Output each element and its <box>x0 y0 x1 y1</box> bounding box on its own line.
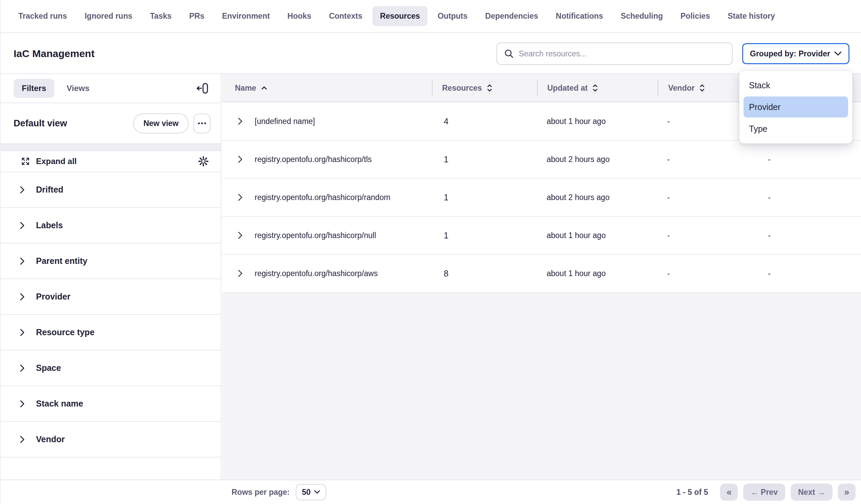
row-extra: - <box>768 269 771 278</box>
column-header-vendor[interactable]: Vendor <box>668 74 705 102</box>
view-name: Default view <box>14 118 133 129</box>
column-separator <box>432 81 433 95</box>
filter-group-drifted[interactable]: Drifted <box>1 172 221 208</box>
tab-scheduling[interactable]: Scheduling <box>613 6 670 26</box>
grouped-by-label: Grouped by: Provider <box>750 49 830 58</box>
gear-icon <box>197 155 209 167</box>
search-input[interactable] <box>519 49 725 58</box>
pagination-group: 1 - 5 of 5 « ← Prev Next → » <box>676 483 856 501</box>
row-expand-chevron-icon[interactable] <box>236 193 244 202</box>
row-expand-chevron-icon[interactable] <box>236 231 244 240</box>
row-vendor: - <box>667 117 670 126</box>
grouped-by-button[interactable]: Grouped by: Provider <box>742 43 849 64</box>
tab-tasks[interactable]: Tasks <box>142 6 179 26</box>
chevron-right-icon <box>18 328 26 337</box>
filter-group-parent-entity[interactable]: Parent entity <box>1 244 221 279</box>
table-row[interactable]: registry.opentofu.org/hashicorp/null 1 a… <box>222 217 861 255</box>
tab-dependencies[interactable]: Dependencies <box>478 6 546 26</box>
view-row: Default view New view <box>1 103 221 144</box>
filter-settings-button[interactable] <box>197 155 209 167</box>
row-updated-at: about 1 hour ago <box>547 269 606 278</box>
column-label: Updated at <box>547 84 588 93</box>
more-options-button[interactable] <box>193 113 210 134</box>
filter-group-labels[interactable]: Labels <box>1 208 221 244</box>
row-expand-chevron-icon[interactable] <box>236 155 244 164</box>
last-page-button[interactable]: » <box>838 483 856 501</box>
pagination-range: 1 - 5 of 5 <box>676 488 708 497</box>
tab-ignored-runs[interactable]: Ignored runs <box>77 6 140 26</box>
sort-both-icon <box>592 84 598 92</box>
page-header: IaC Management Grouped by: Provider <box>1 33 861 74</box>
first-page-button[interactable]: « <box>720 483 738 501</box>
filter-group-provider[interactable]: Provider <box>1 279 221 315</box>
tab-prs[interactable]: PRs <box>182 6 212 26</box>
prev-page-button[interactable]: ← Prev <box>743 483 785 501</box>
expand-all-label[interactable]: Expand all <box>36 156 192 166</box>
chevron-right-icon <box>18 364 26 372</box>
tab-environment[interactable]: Environment <box>215 6 277 26</box>
column-label: Name <box>235 84 256 93</box>
table-row[interactable]: registry.opentofu.org/hashicorp/tls 1 ab… <box>222 140 861 179</box>
collapse-sidebar-icon <box>195 82 209 95</box>
row-name: registry.opentofu.org/hashicorp/tls <box>255 155 372 164</box>
tab-views[interactable]: Views <box>67 84 90 93</box>
sort-asc-icon <box>261 86 267 90</box>
row-resources-count: 1 <box>444 193 449 202</box>
filter-group-label: Labels <box>36 220 63 230</box>
column-header-updated-at[interactable]: Updated at <box>547 74 598 102</box>
tab-hooks[interactable]: Hooks <box>280 6 319 26</box>
row-expand-chevron-icon[interactable] <box>236 269 244 278</box>
tab-policies[interactable]: Policies <box>673 6 718 26</box>
menu-item-stack[interactable]: Stack <box>743 75 848 96</box>
table-footer: Rows per page: 50 1 - 5 of 5 « ← Prev Ne… <box>1 479 861 504</box>
menu-item-provider[interactable]: Provider <box>743 96 848 118</box>
column-header-resources[interactable]: Resources <box>442 74 492 102</box>
row-updated-at: about 1 hour ago <box>547 231 606 240</box>
chevron-right-icon <box>18 257 26 265</box>
row-vendor: - <box>667 193 670 202</box>
filter-group-label: Drifted <box>36 185 64 195</box>
page-title: IaC Management <box>14 48 94 59</box>
grouped-by-menu: Stack Provider Type <box>739 70 852 144</box>
tab-outputs[interactable]: Outputs <box>430 6 475 26</box>
row-name: registry.opentofu.org/hashicorp/aws <box>255 269 378 278</box>
filter-group-resource-type[interactable]: Resource type <box>1 315 221 351</box>
row-resources-count: 1 <box>444 231 449 241</box>
filter-group-space[interactable]: Space <box>1 351 221 386</box>
table-row[interactable]: registry.opentofu.org/hashicorp/random 1… <box>222 179 861 217</box>
tab-contexts[interactable]: Contexts <box>322 6 370 26</box>
column-label: Vendor <box>668 84 695 93</box>
row-updated-at: about 1 hour ago <box>547 117 606 126</box>
row-resources-count: 8 <box>444 269 449 278</box>
chevron-right-icon <box>18 399 26 408</box>
tab-notifications[interactable]: Notifications <box>548 6 611 26</box>
tab-state-history[interactable]: State history <box>720 6 782 26</box>
table-row[interactable]: registry.opentofu.org/hashicorp/aws 8 ab… <box>222 255 861 293</box>
chevron-down-icon <box>314 490 320 494</box>
row-expand-chevron-icon[interactable] <box>236 117 244 126</box>
tab-resources[interactable]: Resources <box>372 6 427 26</box>
tab-filters[interactable]: Filters <box>14 79 54 98</box>
menu-item-type[interactable]: Type <box>743 118 848 139</box>
row-resources-count: 4 <box>444 117 449 126</box>
row-name: registry.opentofu.org/hashicorp/null <box>255 231 376 240</box>
filter-group-stack-name[interactable]: Stack name <box>1 386 221 422</box>
collapse-sidebar-button[interactable] <box>195 82 209 95</box>
row-extra: - <box>768 155 771 164</box>
column-header-name[interactable]: Name <box>235 74 267 102</box>
rows-per-page-select[interactable]: 50 <box>296 484 326 500</box>
sidebar-divider-band <box>1 144 221 151</box>
row-vendor: - <box>667 269 670 278</box>
new-view-button[interactable]: New view <box>133 113 189 134</box>
chevron-right-icon <box>18 292 26 301</box>
filter-group-label: Provider <box>36 292 70 302</box>
tab-tracked-runs[interactable]: Tracked runs <box>11 6 74 26</box>
filter-group-label: Stack name <box>36 399 83 409</box>
filter-group-label: Resource type <box>36 327 94 337</box>
chevron-right-icon <box>18 435 26 444</box>
next-page-button[interactable]: Next → <box>791 483 833 501</box>
search-box[interactable] <box>496 42 733 65</box>
sort-both-icon <box>487 84 492 92</box>
filter-group-vendor[interactable]: Vendor <box>1 422 221 458</box>
column-separator <box>658 81 658 95</box>
